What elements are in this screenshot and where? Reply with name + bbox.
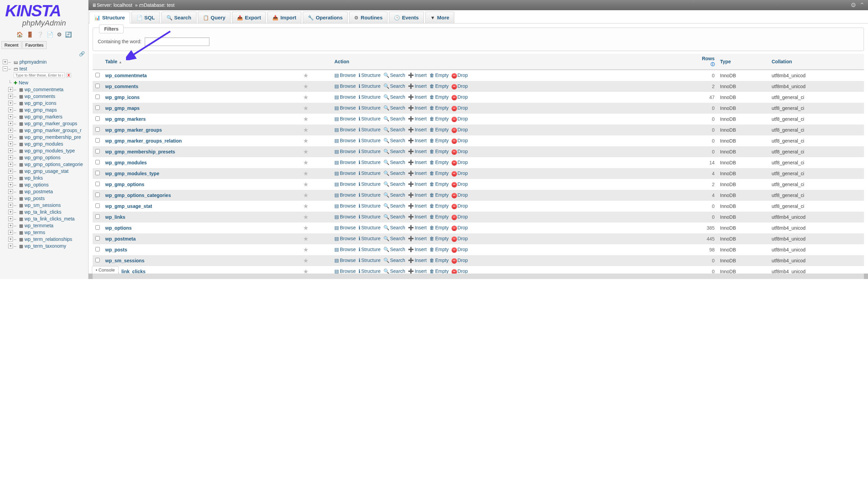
bc-server-link[interactable]: localhost (113, 2, 132, 8)
insert-link[interactable]: ➕Insert (408, 149, 427, 154)
table-name-link[interactable]: wp_gmp_modules (105, 160, 147, 165)
expand-icon[interactable]: + (8, 182, 13, 187)
row-checkbox[interactable] (95, 105, 100, 110)
settings-icon[interactable]: ⚙ (57, 32, 62, 37)
row-checkbox[interactable] (95, 84, 100, 88)
structure-link[interactable]: ℹStructure (359, 160, 381, 165)
insert-link[interactable]: ➕Insert (408, 247, 427, 252)
expand-icon[interactable]: + (8, 169, 13, 174)
tree-table-label[interactable]: wp_gmp_usage_stat (25, 168, 68, 174)
search-link[interactable]: 🔍Search (383, 203, 405, 209)
favorite-star-icon[interactable]: ★ (303, 94, 309, 101)
browse-link[interactable]: ▤Browse (334, 258, 356, 263)
search-link[interactable]: 🔍Search (383, 192, 405, 198)
row-checkbox[interactable] (95, 116, 100, 121)
browse-link[interactable]: ▤Browse (334, 192, 356, 198)
search-link[interactable]: 🔍Search (383, 258, 405, 263)
table-name-link[interactable]: wp_posts (105, 247, 127, 252)
tab-search[interactable]: 🔍Search (161, 12, 196, 23)
favorite-star-icon[interactable]: ★ (303, 127, 309, 133)
tree-table-label[interactable]: wp_term_taxonomy (25, 243, 66, 249)
structure-link[interactable]: ℹStructure (359, 94, 381, 100)
empty-link[interactable]: 🗑Empty (429, 214, 449, 219)
expand-icon[interactable]: + (8, 135, 13, 139)
expand-icon[interactable]: + (8, 216, 13, 221)
search-link[interactable]: 🔍Search (383, 138, 405, 143)
structure-link[interactable]: ℹStructure (359, 116, 381, 121)
empty-link[interactable]: 🗑Empty (429, 72, 449, 78)
tab-events[interactable]: 🕒Events (389, 12, 424, 23)
insert-link[interactable]: ➕Insert (408, 181, 427, 187)
tree-table-label[interactable]: wp_gmp_options_categorie (25, 162, 83, 167)
tree-table-label[interactable]: wp_gmp_markers (25, 114, 62, 119)
row-checkbox[interactable] (95, 258, 100, 262)
empty-link[interactable]: 🗑Empty (429, 192, 449, 198)
empty-link[interactable]: 🗑Empty (429, 258, 449, 263)
structure-link[interactable]: ℹStructure (359, 181, 381, 187)
empty-link[interactable]: 🗑Empty (429, 105, 449, 111)
tree-table-item[interactable]: +–▦wp_gmp_markers (1, 113, 87, 120)
drop-link[interactable]: −Drop (452, 181, 468, 187)
collapse-top-icon[interactable]: ⌃ (859, 2, 865, 9)
favorite-star-icon[interactable]: ★ (303, 159, 309, 166)
drop-link[interactable]: −Drop (452, 203, 468, 209)
tree-table-item[interactable]: +–▦wp_gmp_usage_stat (1, 168, 87, 175)
insert-link[interactable]: ➕Insert (408, 268, 427, 274)
table-name-link[interactable]: wp_gmp_usage_stat (105, 203, 152, 209)
browse-link[interactable]: ▤Browse (334, 181, 356, 187)
th-collation[interactable]: Collation (769, 54, 864, 70)
structure-link[interactable]: ℹStructure (359, 105, 381, 111)
drop-link[interactable]: −Drop (452, 236, 468, 241)
tree-new[interactable]: └ ✚ New (1, 79, 87, 86)
favorite-star-icon[interactable]: ★ (303, 192, 309, 199)
horizontal-scrollbar[interactable] (89, 274, 868, 279)
insert-link[interactable]: ➕Insert (408, 170, 427, 176)
empty-link[interactable]: 🗑Empty (429, 83, 449, 89)
tree-table-item[interactable]: +–▦wp_ta_link_clicks_meta (1, 215, 87, 222)
reload-icon[interactable]: 🔄 (65, 32, 72, 37)
tree-table-item[interactable]: +–▦wp_term_relationships (1, 236, 87, 243)
empty-link[interactable]: 🗑Empty (429, 181, 449, 187)
table-name-link[interactable]: wp_comments (105, 84, 138, 89)
tree-table-label[interactable]: wp_termmeta (25, 223, 53, 228)
tree-table-label[interactable]: wp_comments (25, 94, 55, 99)
drop-link[interactable]: −Drop (452, 72, 468, 78)
tree-table-item[interactable]: +–▦wp_commentmeta (1, 86, 87, 93)
table-name-link[interactable]: wp_gmp_marker_groups (105, 127, 162, 133)
structure-link[interactable]: ℹStructure (359, 170, 381, 176)
structure-link[interactable]: ℹStructure (359, 149, 381, 154)
row-checkbox[interactable] (95, 127, 100, 132)
expand-icon[interactable]: + (8, 223, 13, 228)
favorite-star-icon[interactable]: ★ (303, 225, 309, 231)
row-checkbox[interactable] (95, 203, 100, 208)
search-link[interactable]: 🔍Search (383, 170, 405, 176)
tree-table-item[interactable]: +–▦wp_options (1, 181, 87, 188)
tree-filter-clear[interactable]: X (66, 73, 71, 78)
tree-table-label[interactable]: wp_ta_link_clicks (25, 209, 61, 215)
drop-link[interactable]: −Drop (452, 94, 468, 100)
browse-link[interactable]: ▤Browse (334, 127, 356, 132)
tree-table-label[interactable]: wp_gmp_modules (25, 141, 63, 147)
tree-table-item[interactable]: +–▦wp_postmeta (1, 188, 87, 195)
favorite-star-icon[interactable]: ★ (303, 235, 309, 242)
tree-table-label[interactable]: wp_gmp_options (25, 155, 61, 160)
search-link[interactable]: 🔍Search (383, 116, 405, 121)
tree-table-item[interactable]: +–▦wp_gmp_membership_pre (1, 134, 87, 141)
help-icon[interactable]: ❔ (37, 32, 44, 37)
tree-table-item[interactable]: +–▦wp_comments (1, 93, 87, 100)
table-name-link[interactable]: wp_gmp_modules_type (105, 171, 159, 176)
structure-link[interactable]: ℹStructure (359, 72, 381, 78)
search-link[interactable]: 🔍Search (383, 127, 405, 132)
tree-root[interactable]: +– 🖴 phpmyadmin (1, 59, 87, 65)
structure-link[interactable]: ℹStructure (359, 203, 381, 209)
tab-operations[interactable]: 🔧Operations (303, 12, 348, 23)
expand-icon[interactable]: + (8, 176, 13, 180)
empty-link[interactable]: 🗑Empty (429, 247, 449, 252)
table-name-link[interactable]: wp_gmp_membership_presets (105, 149, 175, 154)
tree-table-item[interactable]: +–▦wp_gmp_marker_groups_r (1, 127, 87, 134)
search-link[interactable]: 🔍Search (383, 160, 405, 165)
drop-link[interactable]: −Drop (452, 83, 468, 89)
browse-link[interactable]: ▤Browse (334, 116, 356, 121)
recent-tab[interactable]: Recent (1, 41, 21, 49)
table-name-link[interactable]: wp_sm_sessions (105, 258, 144, 263)
